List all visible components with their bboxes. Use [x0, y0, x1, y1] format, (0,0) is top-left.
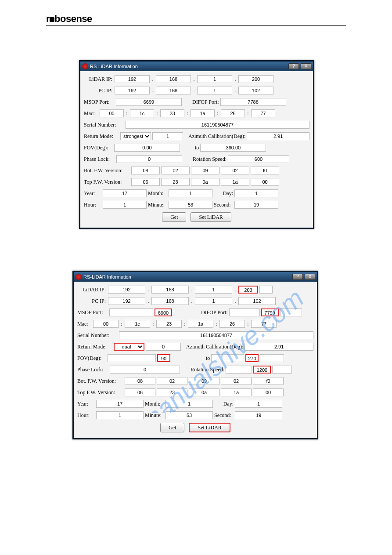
return-val[interactable]: 0 — [146, 343, 181, 351]
fov-to[interactable]: 360.00 — [200, 144, 266, 152]
mac-3[interactable]: 23 — [156, 320, 182, 328]
lidar-ip-1[interactable]: 192 — [108, 286, 145, 294]
fov-to[interactable]: 270 — [245, 354, 259, 362]
pc-ip-label: PC IP: — [77, 298, 107, 305]
set-lidar-button[interactable]: Set LiDAR — [189, 423, 230, 432]
difop-field[interactable]: 7788 — [220, 98, 286, 106]
azimuth-field[interactable]: 2.91 — [245, 343, 313, 351]
msop-field[interactable]: 6600 — [155, 308, 172, 316]
month-field[interactable]: 1 — [165, 400, 213, 408]
close-button[interactable]: X — [305, 274, 315, 280]
phase-label: Phase Lock: — [77, 366, 108, 373]
pc-ip-2[interactable]: 168 — [156, 87, 191, 94]
window-title: RS-LiDAR Information — [90, 64, 287, 69]
pc-ip-2[interactable]: 168 — [151, 297, 189, 305]
topver-5[interactable]: 00 — [251, 178, 279, 186]
bot-ver-label: Bot. F.W. Version: — [77, 378, 123, 385]
pc-ip-4[interactable]: 102 — [238, 297, 276, 305]
fov-from[interactable]: 90 — [157, 354, 170, 362]
get-button[interactable]: Get — [160, 423, 184, 432]
rot-field[interactable]: 600 — [228, 155, 289, 163]
minute-field[interactable]: 53 — [169, 201, 212, 209]
rot-field[interactable]: 1200 — [253, 366, 271, 374]
botver-4[interactable]: 02 — [221, 377, 252, 385]
topver-3[interactable]: 0a — [189, 388, 219, 396]
help-button[interactable]: ? — [288, 63, 299, 69]
year-field[interactable]: 17 — [103, 189, 147, 197]
botver-4[interactable]: 02 — [221, 167, 249, 174]
pc-ip-3[interactable]: 1 — [195, 297, 232, 305]
bot-ver-label: Bot. F.W. Version: — [84, 167, 130, 174]
help-button[interactable]: ? — [292, 274, 303, 280]
minute-field[interactable]: 53 — [165, 411, 213, 419]
botver-1[interactable]: 08 — [125, 377, 155, 385]
topver-1[interactable]: 06 — [131, 178, 160, 186]
return-mode-select[interactable]: dual — [114, 343, 144, 351]
lidar-ip-1[interactable]: 192 — [115, 75, 150, 83]
botver-3[interactable]: 09 — [191, 167, 219, 174]
pc-ip-1[interactable]: 192 — [115, 87, 150, 94]
lidar-ip-4[interactable]: 200 — [238, 75, 273, 83]
day-label: Day: — [214, 190, 233, 197]
mac-6[interactable]: 77 — [251, 109, 275, 117]
mac-4[interactable]: 1a — [188, 320, 213, 328]
topver-2[interactable]: 23 — [157, 388, 187, 396]
mac-5[interactable]: 26 — [221, 109, 245, 117]
month-field[interactable]: 1 — [169, 189, 212, 197]
pc-ip-4[interactable]: 102 — [238, 87, 273, 94]
mac-1[interactable]: 00 — [100, 109, 124, 117]
mac-3[interactable]: 23 — [160, 109, 184, 117]
phase-field[interactable]: 0 — [110, 366, 180, 374]
lidar-ip-2[interactable]: 168 — [156, 75, 191, 83]
topver-4[interactable]: 1a — [221, 388, 252, 396]
lidar-ip-3[interactable]: 1 — [197, 75, 232, 83]
mac-5[interactable]: 26 — [219, 320, 245, 328]
month-label: Month: — [145, 401, 164, 407]
topver-4[interactable]: 1a — [221, 178, 249, 186]
fov-from[interactable]: 0.00 — [114, 144, 180, 152]
close-button[interactable]: X — [301, 63, 311, 69]
serial-field[interactable]: 161190504877 — [119, 331, 313, 339]
day-field[interactable]: 1 — [235, 400, 282, 408]
second-field[interactable]: 19 — [235, 411, 282, 419]
second-field[interactable]: 19 — [234, 201, 278, 209]
lidar-ip-2[interactable]: 168 — [151, 286, 189, 294]
serial-field[interactable]: 161190504877 — [126, 121, 309, 129]
hour-field[interactable]: 1 — [103, 201, 147, 209]
mac-2[interactable]: 1c — [125, 320, 150, 328]
pc-ip-1[interactable]: 192 — [108, 297, 145, 305]
topver-1[interactable]: 06 — [125, 388, 155, 396]
lidar-ip-3[interactable]: 1 — [195, 286, 232, 294]
hour-field[interactable]: 1 — [96, 411, 144, 419]
botver-1[interactable]: 08 — [131, 167, 160, 174]
get-button[interactable]: Get — [162, 212, 186, 222]
phase-label: Phase Lock: — [84, 156, 115, 163]
return-val[interactable]: 1 — [152, 132, 183, 140]
mac-6[interactable]: 77 — [251, 320, 277, 328]
topver-5[interactable]: 00 — [253, 388, 284, 396]
set-lidar-button[interactable]: Set LiDAR — [191, 212, 231, 222]
day-field[interactable]: 1 — [234, 189, 278, 197]
msop-field[interactable]: 6699 — [116, 98, 182, 106]
return-mode-label: Return Mode: — [84, 133, 119, 140]
msop-label: MSOP Port: — [84, 99, 115, 105]
year-field[interactable]: 17 — [96, 400, 144, 408]
difop-field[interactable]: 7799 — [261, 308, 279, 316]
return-mode-label: Return Mode: — [77, 344, 112, 350]
topver-3[interactable]: 0a — [191, 178, 219, 186]
lidar-ip-4[interactable]: 203 — [238, 286, 258, 294]
phase-field[interactable]: 0 — [116, 155, 182, 163]
botver-5[interactable]: f0 — [253, 377, 284, 385]
pc-ip-3[interactable]: 1 — [197, 87, 232, 94]
return-mode-select[interactable]: strongest — [120, 132, 151, 140]
to-label: to — [206, 355, 210, 362]
topver-2[interactable]: 23 — [161, 178, 190, 186]
botver-3[interactable]: 09 — [189, 377, 219, 385]
mac-4[interactable]: 1a — [191, 109, 215, 117]
botver-2[interactable]: 02 — [157, 377, 187, 385]
mac-1[interactable]: 00 — [93, 320, 119, 328]
botver-5[interactable]: f0 — [251, 167, 279, 174]
mac-2[interactable]: 1c — [130, 109, 154, 117]
botver-2[interactable]: 02 — [161, 167, 190, 174]
azimuth-field[interactable]: 2.91 — [247, 132, 309, 140]
